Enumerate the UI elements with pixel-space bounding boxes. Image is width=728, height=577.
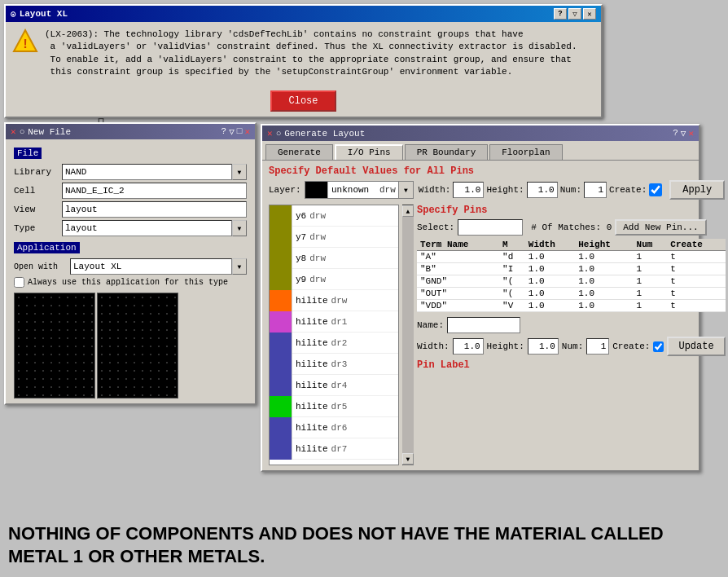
nf-circle-icon: ○ bbox=[20, 127, 25, 137]
gen-title-left: ✕ ○ Generate Layout bbox=[267, 128, 365, 139]
col-width: Width bbox=[525, 239, 575, 251]
type-input[interactable]: layout bbox=[62, 220, 232, 236]
pin-create: t bbox=[667, 300, 725, 312]
col-term-name: Term Name bbox=[417, 239, 499, 251]
minimize-btn[interactable]: ▽ bbox=[568, 8, 581, 20]
nf-max[interactable]: □ bbox=[237, 126, 243, 137]
pin-width: 1.0 bbox=[525, 288, 575, 300]
pin-create: t bbox=[667, 288, 725, 300]
generate-layout-dialog: ✕ ○ Generate Layout ? ▽ ✕ Generate I/O P… bbox=[261, 124, 700, 472]
pin-term-name: "OUT" bbox=[417, 288, 499, 300]
open-with-label: Open with bbox=[14, 262, 67, 271]
create-checkbox[interactable] bbox=[649, 183, 662, 196]
width-input2[interactable] bbox=[453, 338, 484, 355]
gen-x-icon[interactable]: ✕ bbox=[267, 128, 273, 139]
checkbox-label: Always use this application for this typ… bbox=[28, 278, 228, 287]
table-row[interactable]: "A" "d 1.0 1.0 1 t bbox=[417, 251, 726, 263]
create-header: Create: bbox=[609, 185, 647, 195]
cell-input[interactable]: NAND_E_IC_2 bbox=[62, 183, 247, 199]
cell-label: Cell bbox=[14, 186, 59, 196]
table-row[interactable]: "VDD" "V 1.0 1.0 1 t bbox=[417, 300, 726, 312]
add-new-pin-button[interactable]: Add New Pin... bbox=[615, 219, 706, 236]
always-use-checkbox[interactable] bbox=[14, 277, 24, 288]
file-section-label: File bbox=[14, 148, 42, 159]
pin-height: 1.0 bbox=[575, 300, 633, 312]
height-input[interactable] bbox=[527, 182, 558, 198]
layer-list-item[interactable]: hilite dr1 bbox=[270, 311, 398, 333]
create-checkbox2[interactable] bbox=[653, 341, 664, 352]
layer-list-item[interactable]: y8 drw bbox=[270, 248, 398, 269]
gen-help[interactable]: ? bbox=[673, 128, 678, 139]
layer-list-item[interactable]: y9 drw bbox=[270, 269, 398, 290]
library-dropdown-btn[interactable]: ▼ bbox=[232, 164, 247, 180]
open-with-input[interactable]: Layout XL bbox=[70, 258, 232, 275]
layer-list-item[interactable]: hilite drw bbox=[270, 290, 398, 311]
view-input[interactable]: layout bbox=[62, 201, 247, 218]
pin-term-name: "A" bbox=[417, 251, 499, 263]
update-button[interactable]: Update bbox=[667, 337, 725, 356]
close-btn-warn[interactable]: ✕ bbox=[583, 8, 596, 20]
open-with-wrapper: Layout XL ▼ bbox=[70, 258, 247, 275]
name-label: Name: bbox=[417, 320, 444, 330]
width-label2: Width: bbox=[417, 341, 450, 351]
pin-height: 1.0 bbox=[575, 288, 633, 300]
nf-x-icon[interactable]: ✕ bbox=[11, 126, 16, 137]
pin-term-name: "GND" bbox=[417, 275, 499, 288]
layer-list-item[interactable]: hilite dr3 bbox=[270, 354, 398, 375]
nf-close[interactable]: ✕ bbox=[244, 126, 250, 137]
table-row[interactable]: "B" "I 1.0 1.0 1 t bbox=[417, 263, 726, 275]
nf-help[interactable]: ? bbox=[221, 126, 227, 137]
warning-content: ! (LX-2063): The technology library 'cds… bbox=[6, 22, 601, 86]
layer-list-item[interactable]: hilite dr5 bbox=[270, 396, 398, 417]
layer-list-item[interactable]: y6 drw bbox=[270, 205, 398, 227]
canvas-right bbox=[97, 293, 178, 399]
tab-io-pins[interactable]: I/O Pins bbox=[335, 144, 403, 160]
layer-list-item[interactable]: hilite dr6 bbox=[270, 417, 398, 438]
title-icon: ⊙ bbox=[11, 9, 16, 20]
name-input[interactable] bbox=[447, 317, 520, 333]
type-dropdown-btn[interactable]: ▼ bbox=[232, 220, 247, 236]
library-row: Library NAND ▼ bbox=[14, 164, 247, 180]
nf-right-icons: ? ▽ □ ✕ bbox=[221, 126, 250, 137]
library-input[interactable]: NAND bbox=[62, 164, 232, 180]
select-input[interactable] bbox=[458, 219, 523, 236]
gen-close[interactable]: ✕ bbox=[688, 128, 694, 139]
warning-titlebar: ⊙ Layout XL ? ▽ ✕ bbox=[6, 6, 601, 22]
tab-generate[interactable]: Generate bbox=[265, 144, 333, 160]
gen-min[interactable]: ▽ bbox=[681, 128, 686, 139]
layer-scrollbar[interactable]: ▲ ▼ bbox=[402, 205, 414, 465]
layer-list-item[interactable]: y7 drw bbox=[270, 227, 398, 248]
help-btn[interactable]: ? bbox=[554, 8, 567, 20]
open-with-dropdown-btn[interactable]: ▼ bbox=[232, 258, 247, 275]
main-content-area: y6 drw y7 drw y8 drw y9 drw hilite drw h… bbox=[269, 205, 692, 465]
num-input2[interactable] bbox=[586, 338, 609, 355]
num-input[interactable] bbox=[584, 182, 607, 198]
scroll-up-btn[interactable]: ▲ bbox=[402, 205, 414, 217]
new-file-dialog: ✕ ○ New File ? ▽ □ ✕ File Library NAND ▼… bbox=[4, 122, 257, 405]
layer-list-item[interactable]: hilite dr4 bbox=[270, 375, 398, 396]
close-button[interactable]: Close bbox=[270, 90, 335, 112]
tab-pr-boundary[interactable]: PR Boundary bbox=[405, 144, 489, 160]
scroll-down-btn[interactable]: ▼ bbox=[402, 453, 414, 465]
layer-header: Layer: bbox=[269, 185, 301, 195]
layer-dropdown-arrow[interactable]: ▼ bbox=[398, 182, 413, 198]
nf-min[interactable]: ▽ bbox=[229, 126, 235, 137]
nf-title: New File bbox=[28, 127, 71, 137]
width-input[interactable] bbox=[453, 182, 484, 198]
layer-list-item[interactable]: hilite dr2 bbox=[270, 333, 398, 354]
table-row[interactable]: "OUT" "( 1.0 1.0 1 t bbox=[417, 288, 726, 300]
layer-list-item[interactable]: hilite dr7 bbox=[270, 438, 398, 460]
pin-term-name: "B" bbox=[417, 263, 499, 275]
gen-circle: ○ bbox=[276, 129, 282, 139]
right-panel: Specify Pins Select: # Of Matches: 0 Add… bbox=[417, 205, 726, 465]
type-label: Type bbox=[14, 223, 59, 233]
pin-m: "( bbox=[499, 288, 525, 300]
pin-label-section: Pin Label bbox=[417, 359, 726, 371]
warning-dialog: ⊙ Layout XL ? ▽ ✕ ! (LX-2063): The techn… bbox=[4, 4, 603, 118]
layer-select[interactable]: unknown drw ▼ bbox=[305, 181, 414, 199]
height-input2[interactable] bbox=[528, 338, 559, 355]
name-row: Name: bbox=[417, 317, 726, 333]
tab-floorplan[interactable]: Floorplan bbox=[489, 144, 562, 160]
table-row[interactable]: "GND" "( 1.0 1.0 1 t bbox=[417, 275, 726, 288]
apply-button[interactable]: Apply bbox=[669, 180, 725, 200]
